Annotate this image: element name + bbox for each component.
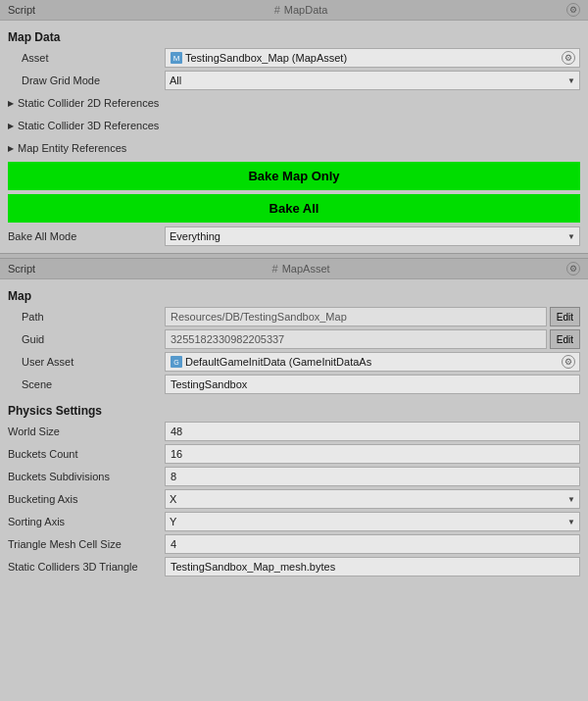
- path-edit-button[interactable]: Edit: [550, 307, 580, 326]
- bake-all-mode-label: Bake All Mode: [8, 230, 165, 242]
- bucketing-axis-row: Bucketing Axis X ▼: [8, 489, 580, 509]
- bucketing-axis-value-container: X ▼: [165, 489, 580, 509]
- bottom-script-tag: # MapAsset: [272, 263, 330, 275]
- user-asset-value-container: G DefaultGameInitData (GameInitDataAs ⚙: [165, 352, 580, 372]
- user-asset-input[interactable]: G DefaultGameInitData (GameInitDataAs ⚙: [165, 352, 580, 372]
- sorting-axis-dropdown[interactable]: Y ▼: [165, 512, 580, 531]
- asset-input[interactable]: M TestingSandbox_Map (MapAsset) ⚙: [165, 48, 580, 68]
- buckets-subdivisions-row: Buckets Subdivisions: [8, 467, 580, 486]
- map-entity-label: Map Entity References: [18, 142, 126, 154]
- static-colliders-3d-label: Static Colliders 3D Triangle: [8, 561, 165, 573]
- draw-grid-mode-arrow: ▼: [567, 76, 575, 85]
- buckets-count-row: Buckets Count: [8, 444, 580, 464]
- guid-value-container: Edit: [165, 329, 580, 349]
- map-data-title: Map Data: [8, 30, 580, 44]
- top-script-label: Script: [8, 4, 35, 16]
- asset-gear-icon[interactable]: ⚙: [562, 51, 575, 65]
- collapsible-triangle-3d: ▶: [8, 122, 14, 130]
- draw-grid-mode-text: All: [170, 75, 181, 86]
- sorting-axis-text: Y: [170, 516, 176, 527]
- asset-label: Asset: [8, 52, 165, 64]
- bottom-script-header: Script # MapAsset ⚙: [0, 259, 588, 279]
- buckets-count-value-container: [165, 444, 580, 464]
- world-size-input[interactable]: [165, 422, 580, 441]
- svg-text:M: M: [173, 54, 180, 63]
- bake-all-mode-row: Bake All Mode Everything ▼: [8, 226, 580, 246]
- path-value-container: Edit: [165, 307, 580, 326]
- map-entity-row[interactable]: ▶ Map Entity References: [8, 138, 580, 158]
- scene-value-container: [165, 375, 580, 394]
- triangle-mesh-cell-size-value-container: [165, 534, 580, 554]
- asset-text: TestingSandbox_Map (MapAsset): [185, 52, 558, 64]
- path-input[interactable]: [165, 307, 547, 326]
- bucketing-axis-dropdown[interactable]: X ▼: [165, 489, 580, 509]
- static-collider-2d-label: Static Collider 2D References: [18, 97, 159, 109]
- hash-icon: #: [274, 4, 280, 16]
- triangle-mesh-cell-size-input[interactable]: [165, 534, 580, 554]
- path-row: Path Edit: [8, 307, 580, 326]
- buckets-subdivisions-label: Buckets Subdivisions: [8, 471, 165, 482]
- static-collider-2d-row[interactable]: ▶ Static Collider 2D References: [8, 93, 580, 113]
- static-colliders-3d-input[interactable]: [165, 557, 580, 576]
- draw-grid-mode-value: All ▼: [165, 71, 580, 90]
- bucketing-axis-arrow: ▼: [567, 495, 575, 504]
- main-panel: Script # MapData ⚙ Map Data Asset M Test…: [0, 0, 588, 583]
- sorting-axis-label: Sorting Axis: [8, 516, 165, 527]
- bake-all-mode-arrow: ▼: [567, 232, 575, 241]
- bucketing-axis-text: X: [170, 493, 176, 505]
- svg-text:G: G: [173, 359, 178, 366]
- guid-edit-button[interactable]: Edit: [550, 329, 580, 349]
- guid-row: Guid Edit: [8, 329, 580, 349]
- user-asset-icon: G: [170, 355, 183, 369]
- bottom-script-label: Script: [8, 263, 35, 275]
- user-asset-label: User Asset: [8, 356, 165, 368]
- map-title: Map: [8, 289, 580, 303]
- bake-map-only-button[interactable]: Bake Map Only: [8, 162, 580, 190]
- triangle-mesh-cell-size-label: Triangle Mesh Cell Size: [8, 538, 165, 550]
- static-colliders-3d-row: Static Colliders 3D Triangle: [8, 557, 580, 576]
- bake-all-button[interactable]: Bake All: [8, 194, 580, 223]
- bake-all-mode-text: Everything: [170, 230, 220, 242]
- map-asset-body: Map Path Edit Guid Edit User Asset: [0, 279, 588, 583]
- scene-label: Scene: [8, 378, 165, 390]
- asset-row: Asset M TestingSandbox_Map (MapAsset) ⚙: [8, 48, 580, 68]
- bottom-gear-icon[interactable]: ⚙: [566, 262, 580, 275]
- scene-input[interactable]: [165, 375, 580, 394]
- world-size-label: World Size: [8, 426, 165, 437]
- bake-all-mode-dropdown[interactable]: Everything ▼: [165, 226, 580, 246]
- top-script-value: MapData: [284, 4, 328, 16]
- bottom-script-value: MapAsset: [282, 263, 330, 275]
- user-asset-text: DefaultGameInitData (GameInitDataAs: [185, 356, 558, 368]
- guid-label: Guid: [8, 333, 165, 345]
- draw-grid-mode-row: Draw Grid Mode All ▼: [8, 71, 580, 90]
- draw-grid-mode-label: Draw Grid Mode: [8, 75, 165, 86]
- bucketing-axis-label: Bucketing Axis: [8, 493, 165, 505]
- draw-grid-mode-dropdown[interactable]: All ▼: [165, 71, 580, 90]
- guid-input[interactable]: [165, 329, 547, 349]
- buckets-subdivisions-input[interactable]: [165, 467, 580, 486]
- sorting-axis-arrow: ▼: [567, 518, 575, 526]
- collapsible-triangle-entity: ▶: [8, 144, 14, 153]
- sorting-axis-row: Sorting Axis Y ▼: [8, 512, 580, 531]
- asset-icon: M: [170, 51, 183, 65]
- buckets-count-input[interactable]: [165, 444, 580, 464]
- top-script-header: Script # MapData ⚙: [0, 0, 588, 21]
- buckets-count-label: Buckets Count: [8, 448, 165, 460]
- bake-all-mode-value: Everything ▼: [165, 226, 580, 246]
- buckets-subdivisions-value-container: [165, 467, 580, 486]
- scene-row: Scene: [8, 375, 580, 394]
- static-colliders-3d-value-container: [165, 557, 580, 576]
- user-asset-gear-icon[interactable]: ⚙: [562, 355, 575, 369]
- sorting-axis-value-container: Y ▼: [165, 512, 580, 531]
- static-collider-3d-label: Static Collider 3D References: [18, 120, 159, 131]
- user-asset-row: User Asset G DefaultGameInitData (GameIn…: [8, 352, 580, 372]
- static-collider-3d-row[interactable]: ▶ Static Collider 3D References: [8, 116, 580, 135]
- top-script-tag: # MapData: [274, 4, 328, 16]
- path-label: Path: [8, 311, 165, 323]
- triangle-mesh-cell-size-row: Triangle Mesh Cell Size: [8, 534, 580, 554]
- world-size-row: World Size: [8, 422, 580, 441]
- top-gear-icon[interactable]: ⚙: [566, 3, 580, 17]
- map-data-body: Map Data Asset M TestingSandbox_Map (Map…: [0, 21, 588, 253]
- bottom-hash-icon: #: [272, 263, 278, 275]
- collapsible-triangle-2d: ▶: [8, 99, 14, 108]
